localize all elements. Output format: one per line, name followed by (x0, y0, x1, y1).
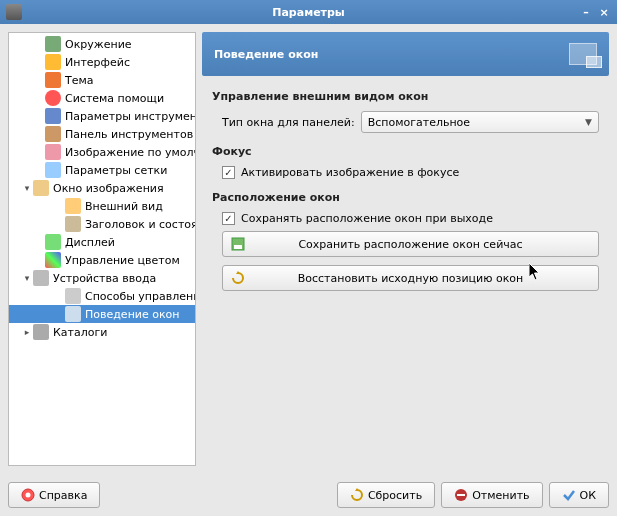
cancel-button[interactable]: Отменить (441, 482, 542, 508)
sidebar-item-tool-options[interactable]: Параметры инструментов (9, 107, 195, 125)
expander-icon[interactable]: ▸ (21, 327, 33, 337)
window-title: Параметры (272, 6, 345, 19)
sidebar-item-color-management[interactable]: Управление цветом (9, 251, 195, 269)
sidebar-item-label: Окно изображения (53, 182, 164, 195)
restore-icon (231, 271, 245, 285)
focus-activate-label: Активировать изображение в фокусе (241, 166, 459, 179)
panel-type-label: Тип окна для панелей: (222, 116, 355, 129)
section-appearance-title: Управление внешним видом окон (212, 90, 599, 103)
reset-button[interactable]: Сбросить (337, 482, 435, 508)
panel-type-combo[interactable]: Вспомогательное ▼ (361, 111, 599, 133)
sidebar-item-label: Устройства ввода (53, 272, 156, 285)
sidebar-item-label: Внешний вид (85, 200, 163, 213)
sidebar-item-label: Интерфейс (65, 56, 130, 69)
save-icon (231, 237, 245, 251)
focus-activate-checkbox[interactable]: ✓ (222, 166, 235, 179)
sidebar-item-title-status[interactable]: Заголовок и состояние (9, 215, 195, 233)
button-label: Справка (39, 489, 87, 502)
sidebar-item-label: Система помощи (65, 92, 164, 105)
sidebar-item-help-system[interactable]: Система помощи (9, 89, 195, 107)
expander-icon[interactable]: ▾ (21, 183, 33, 193)
sidebar-item-label: Параметры сетки (65, 164, 167, 177)
ok-icon (562, 488, 576, 502)
sidebar-item-label: Изображение по умолчанию (65, 146, 196, 159)
cancel-icon (454, 488, 468, 502)
sidebar-item-label: Окружение (65, 38, 132, 51)
save-on-exit-checkbox[interactable]: ✓ (222, 212, 235, 225)
help-button[interactable]: Справка (8, 482, 100, 508)
titlebar: Параметры – × (0, 0, 617, 24)
sidebar-item-label: Дисплей (65, 236, 115, 249)
app-icon (6, 4, 22, 20)
button-label: Сохранить расположение окон сейчас (298, 238, 522, 251)
sidebar-item-image-window[interactable]: ▾Окно изображения (9, 179, 195, 197)
help-icon (21, 488, 35, 502)
sidebar[interactable]: Окружение Интерфейс Тема Система помощи … (8, 32, 196, 466)
button-label: ОК (580, 489, 596, 502)
save-on-exit-row: ✓ Сохранять расположение окон при выходе (222, 212, 599, 225)
sidebar-item-toolbox[interactable]: Панель инструментов (9, 125, 195, 143)
chevron-down-icon: ▼ (585, 117, 592, 127)
close-button[interactable]: × (597, 5, 611, 19)
panel-type-row: Тип окна для панелей: Вспомогательное ▼ (222, 111, 599, 133)
svg-point-3 (26, 493, 31, 498)
panel-title: Поведение окон (214, 48, 318, 61)
sidebar-item-theme[interactable]: Тема (9, 71, 195, 89)
windows-icon (569, 43, 597, 65)
button-label: Сбросить (368, 489, 422, 502)
sidebar-item-label: Поведение окон (85, 308, 180, 321)
sidebar-item-label: Способы управления (85, 290, 196, 303)
button-label: Восстановить исходную позицию окон (298, 272, 524, 285)
svg-rect-5 (457, 494, 465, 496)
save-on-exit-label: Сохранять расположение окон при выходе (241, 212, 493, 225)
panel-type-value: Вспомогательное (368, 116, 470, 129)
sidebar-item-grid[interactable]: Параметры сетки (9, 161, 195, 179)
sidebar-item-environment[interactable]: Окружение (9, 35, 195, 53)
sidebar-item-interface[interactable]: Интерфейс (9, 53, 195, 71)
sidebar-item-label: Тема (65, 74, 94, 87)
sidebar-item-label: Управление цветом (65, 254, 180, 267)
ok-button[interactable]: ОК (549, 482, 609, 508)
sidebar-item-input-controllers[interactable]: Способы управления (9, 287, 195, 305)
focus-activate-row: ✓ Активировать изображение в фокусе (222, 166, 599, 179)
sidebar-item-label: Параметры инструментов (65, 110, 196, 123)
expander-icon[interactable]: ▾ (21, 273, 33, 283)
window-controls: – × (579, 5, 611, 19)
sidebar-item-catalogs[interactable]: ▸Каталоги (9, 323, 195, 341)
button-label: Отменить (472, 489, 529, 502)
sidebar-item-appearance[interactable]: Внешний вид (9, 197, 195, 215)
restore-positions-button[interactable]: Восстановить исходную позицию окон (222, 265, 599, 291)
sidebar-item-label: Заголовок и состояние (85, 218, 196, 231)
sidebar-item-display[interactable]: Дисплей (9, 233, 195, 251)
sidebar-item-label: Панель инструментов (65, 128, 193, 141)
footer: Справка Сбросить Отменить ОК (0, 474, 617, 516)
section-focus-title: Фокус (212, 145, 599, 158)
svg-rect-1 (234, 245, 242, 249)
content-panel: Поведение окон Управление внешним видом … (202, 32, 609, 466)
main-area: Окружение Интерфейс Тема Система помощи … (0, 24, 617, 474)
reset-icon (350, 488, 364, 502)
sidebar-item-label: Каталоги (53, 326, 107, 339)
panel-body: Управление внешним видом окон Тип окна д… (202, 76, 609, 466)
section-layout-title: Расположение окон (212, 191, 599, 204)
save-positions-now-button[interactable]: Сохранить расположение окон сейчас (222, 231, 599, 257)
sidebar-item-window-behavior[interactable]: Поведение окон (9, 305, 195, 323)
sidebar-item-input-devices[interactable]: ▾Устройства ввода (9, 269, 195, 287)
sidebar-item-default-image[interactable]: Изображение по умолчанию (9, 143, 195, 161)
minimize-button[interactable]: – (579, 5, 593, 19)
panel-header: Поведение окон (202, 32, 609, 76)
